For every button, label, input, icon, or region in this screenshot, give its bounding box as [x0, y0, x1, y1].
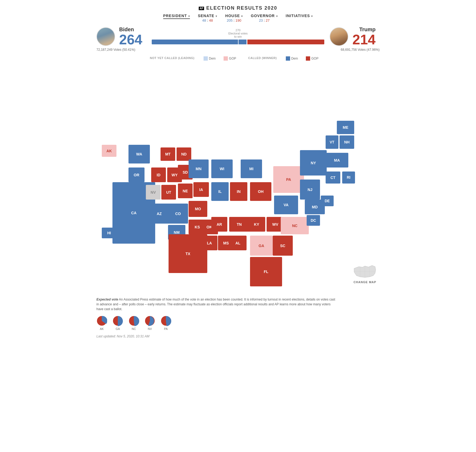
legend-dem-light-label: Dem [209, 57, 216, 60]
category-nav: PRESIDENT ▾ SENATE ▾ 48 : 48 HOUSE ▾ 205… [96, 14, 380, 22]
legend-dem-light-box [204, 56, 208, 61]
electoral-bar [152, 40, 324, 44]
state-in[interactable]: IN [230, 182, 247, 201]
biden-popular-votes: 72,187,249 Votes (50.41%) [96, 48, 135, 52]
legend: NOT YET CALLED (LEADING) Dem GOP CALLED … [150, 56, 380, 61]
pie-chart-nv [145, 315, 155, 326]
state-indicator-nv: NV [145, 315, 155, 330]
nav-initiatives[interactable]: INITIATIVES ▾ [286, 14, 313, 18]
state-fl[interactable]: FL [250, 257, 282, 286]
electoral-threshold-label: 270Electoral votesto win [228, 29, 248, 38]
state-va[interactable]: VA [274, 196, 298, 214]
change-map-label: CHANGE MAP [353, 280, 376, 284]
state-mo[interactable]: MO [189, 201, 207, 217]
state-pa[interactable]: PA [273, 166, 304, 193]
pie-chart-pa [161, 315, 171, 326]
state-indicator-label-nc: NC [132, 327, 136, 330]
legend-dem-dark: Dem [286, 56, 298, 61]
state-ri[interactable]: RI [342, 172, 355, 184]
state-ma[interactable]: MA [326, 153, 348, 167]
trump-popular-votes: 68,691,756 Votes (47.96%) [341, 48, 380, 52]
state-ar[interactable]: AR [211, 217, 227, 232]
electoral-map: CHANGE MAP AKHIWAORCAIDMTNDWYSDNVUTNEAZC… [96, 65, 380, 294]
page-header: AP ELECTION RESULTS 2020 [96, 5, 380, 11]
state-me[interactable]: ME [337, 121, 354, 134]
state-ny[interactable]: NY [300, 150, 327, 176]
legend-dem-dark-box [286, 56, 290, 61]
state-or[interactable]: OR [128, 167, 145, 182]
candidate-trump: Trump 214 [330, 26, 380, 46]
state-az[interactable]: AZ [149, 204, 170, 224]
state-il[interactable]: IL [211, 182, 229, 201]
bar-divider [247, 40, 247, 44]
legend-gop-dark: GOP [306, 56, 318, 61]
nav-president[interactable]: PRESIDENT ▾ [163, 14, 190, 19]
state-co[interactable]: CO [168, 204, 188, 224]
candidates-section: Biden 264 270Electoral votesto win Trump… [96, 26, 380, 46]
state-nh[interactable]: NH [340, 135, 354, 149]
not-yet-called-label: NOT YET CALLED (LEADING) [150, 56, 194, 61]
electoral-bar-container: 270Electoral votesto win [146, 29, 330, 44]
state-indicator-label-ak: AK [100, 327, 104, 330]
state-sc[interactable]: SC [273, 236, 293, 256]
state-indicator-label-nv: NV [148, 327, 152, 330]
legend-gop-light-label: GOP [229, 57, 236, 60]
state-indicator-pa: PA [161, 315, 171, 330]
legend-dem-light: Dem [204, 56, 216, 61]
state-mn[interactable]: MN [189, 159, 209, 178]
state-ct[interactable]: CT [326, 172, 340, 184]
state-dc[interactable]: DC [307, 215, 320, 226]
trump-info: Trump 214 [352, 26, 376, 46]
nav-governor[interactable]: GOVERNOR ▾ 23 : 27 [251, 14, 278, 22]
trump-bar [247, 40, 325, 44]
bar-270-line [238, 40, 239, 44]
candidate-biden: Biden 264 [96, 26, 146, 46]
footer-note-text: An Associated Press estimate of how much… [96, 298, 335, 311]
state-ky[interactable]: KY [248, 217, 265, 232]
legend-gop-dark-label: GOP [311, 57, 318, 60]
page-title: ELECTION RESULTS 2020 [206, 5, 277, 11]
state-ak[interactable]: AK [102, 145, 116, 157]
pie-chart-nc [128, 315, 139, 326]
change-map-button[interactable]: CHANGE MAP [353, 263, 377, 284]
popular-votes: 72,187,249 Votes (50.41%) 68,691,756 Vot… [96, 48, 380, 52]
legend-dem-dark-label: Dem [291, 57, 298, 60]
state-oh[interactable]: OH [250, 182, 271, 201]
state-ga[interactable]: GA [250, 236, 273, 256]
biden-photo [96, 27, 115, 46]
trump-photo [330, 27, 348, 46]
state-al[interactable]: AL [229, 236, 247, 250]
us-map-mini-icon [353, 263, 377, 279]
called-label: CALLED (WINNER) [248, 56, 277, 61]
state-ia[interactable]: IA [193, 182, 209, 197]
state-indicator-label-ga: GA [116, 327, 120, 330]
legend-gop-dark-box [306, 56, 310, 61]
state-la[interactable]: LA [201, 236, 217, 250]
biden-electoral-votes: 264 [119, 33, 142, 46]
pie-chart-ak [96, 315, 107, 326]
expected-vote-label: Expected vote [96, 298, 118, 301]
state-wi[interactable]: WI [211, 159, 233, 178]
state-nd[interactable]: ND [177, 147, 191, 161]
ap-logo: AP [199, 7, 204, 10]
state-indicator-label-pa: PA [164, 327, 168, 330]
state-indicator-nc: NC [128, 315, 139, 330]
nav-house[interactable]: HOUSE ▾ 205 : 190 [225, 14, 243, 22]
state-de[interactable]: DE [321, 196, 334, 206]
state-tn[interactable]: TN [229, 217, 249, 232]
state-nj[interactable]: NJ [300, 180, 320, 200]
legend-gop-light-box [224, 56, 228, 61]
state-ne[interactable]: NE [178, 184, 193, 198]
trump-electoral-votes: 214 [352, 33, 376, 46]
state-vt[interactable]: VT [326, 135, 338, 149]
state-mi[interactable]: MI [241, 159, 262, 178]
state-wa[interactable]: WA [128, 145, 150, 163]
state-ut[interactable]: UT [161, 185, 176, 200]
state-id[interactable]: ID [151, 167, 166, 182]
state-nv[interactable]: NV [146, 185, 161, 200]
state-mt[interactable]: MT [161, 147, 175, 161]
state-nc[interactable]: NC [281, 217, 309, 234]
state-indicators: AKGANCNVPA [96, 315, 380, 330]
nav-senate[interactable]: SENATE ▾ 48 : 48 [198, 14, 217, 22]
footer-note: Expected vote An Associated Press estima… [96, 297, 337, 311]
